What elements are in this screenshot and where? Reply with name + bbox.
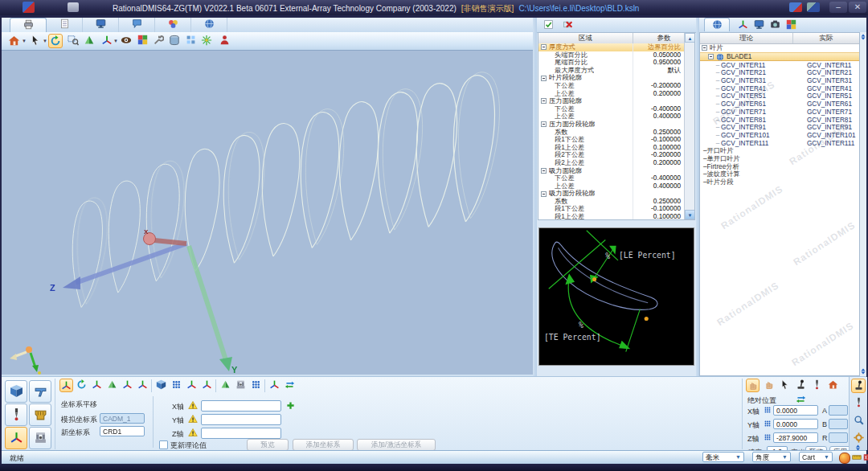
section-row[interactable]: – GCV_INTER31 GCV_INTER31 <box>700 77 859 85</box>
tree-axes-button[interactable] <box>738 19 748 31</box>
csys-bestfit-button[interactable] <box>185 379 199 393</box>
csys-recall-button[interactable] <box>249 379 263 393</box>
tab-view[interactable] <box>83 18 119 32</box>
collapse-icon[interactable] <box>541 168 547 174</box>
apply-params-button[interactable] <box>543 19 554 31</box>
swap-icon[interactable] <box>796 394 806 404</box>
sim-coordsys-field[interactable]: CADM_1 <box>100 413 145 424</box>
collapse-icon[interactable] <box>541 121 547 127</box>
coord-mode-select[interactable]: Cart▼ <box>799 452 833 462</box>
csys-manual-button[interactable] <box>283 379 297 393</box>
new-coordsys-field[interactable]: CRD1 <box>100 426 145 436</box>
collapse-icon[interactable] <box>541 76 547 81</box>
add-activate-coordsys-button[interactable]: 添加/激活坐标系 <box>357 439 436 451</box>
csys-offset-button[interactable] <box>121 379 134 393</box>
param-row[interactable]: 系数 0.250000 <box>538 129 684 137</box>
tools-button[interactable] <box>151 34 166 49</box>
coordsys-display-button[interactable] <box>100 34 114 49</box>
scroll-down-button[interactable]: ▼ <box>685 210 695 219</box>
param-row[interactable]: 尾端百分比 0.950000 <box>538 59 684 67</box>
param-row[interactable]: 上公差 0.200000 <box>538 90 684 98</box>
param-row[interactable]: 上公差 0.400000 <box>538 182 684 190</box>
tree-camera-button[interactable] <box>770 19 780 31</box>
app-logo-icon[interactable] <box>23 2 35 13</box>
csys-rotate-button[interactable] <box>75 379 88 393</box>
tab-web[interactable] <box>191 18 227 32</box>
param-scrollbar[interactable]: ▲ ▼ <box>684 33 695 219</box>
scroll-up-button[interactable]: ▲ <box>685 33 695 43</box>
tree-scrollbar[interactable] <box>860 32 866 376</box>
close-button[interactable]: ✕ <box>849 2 866 13</box>
section-row[interactable]: – GCV_INTER51 GCV_INTER51 <box>700 92 859 100</box>
param-row[interactable]: 段1上公差 0.100000 <box>538 144 684 152</box>
param-row[interactable]: 段1下公差 -0.100000 <box>538 136 684 144</box>
param-row[interactable]: 段2上公差 0.200000 <box>538 159 684 167</box>
pos-a-field[interactable] <box>829 405 848 416</box>
session-icon[interactable] <box>68 2 79 12</box>
preview-button[interactable]: 预览 <box>247 439 289 451</box>
effects-button[interactable] <box>199 34 214 49</box>
point-cloud-button[interactable] <box>183 34 198 49</box>
feature-measure-button[interactable] <box>5 380 27 403</box>
param-row[interactable]: 上公差 0.400000 <box>538 113 684 121</box>
user-lock-button[interactable] <box>217 34 231 49</box>
plus-icon[interactable] <box>286 401 295 410</box>
angle-select[interactable]: 角度▼ <box>752 452 791 462</box>
param-row[interactable]: 段1下公差 -0.100000 <box>538 205 684 213</box>
csys-iterative-button[interactable] <box>170 379 183 393</box>
scroll-up-down-icon[interactable] <box>860 34 866 40</box>
theme-icon[interactable] <box>807 2 820 12</box>
param-row[interactable]: 段1上公差 0.100000 <box>538 213 684 220</box>
csys-6point-button[interactable] <box>136 379 149 393</box>
param-row[interactable]: 系数 0.250000 <box>538 198 684 206</box>
tree-root-row[interactable]: 叶片 <box>700 44 859 52</box>
io-status-icon[interactable] <box>863 453 868 462</box>
add-coordsys-button[interactable]: 添加坐标系 <box>293 439 354 451</box>
unit-select[interactable]: 毫米▼ <box>702 452 744 462</box>
param-row[interactable]: 下公差 -0.200000 <box>538 82 684 90</box>
home-dropdown-caret[interactable]: ▼ <box>22 39 26 43</box>
database-button[interactable] <box>167 34 182 49</box>
tree-blade-row[interactable]: BLADE1 <box>700 52 859 62</box>
param-row[interactable]: 下公差 -0.400000 <box>538 174 684 182</box>
collapse-icon[interactable] <box>702 45 707 51</box>
csys-part-button[interactable] <box>219 379 232 393</box>
ruler-icon[interactable] <box>852 453 862 462</box>
tab-graphics[interactable] <box>155 18 191 32</box>
section-row[interactable]: – GCV_INTER21 GCV_INTER21 <box>700 69 859 77</box>
param-row[interactable]: 吸力面轮廓 <box>538 167 684 175</box>
visibility-button[interactable] <box>119 34 133 49</box>
tab-model[interactable] <box>704 18 730 31</box>
rotate-view-button[interactable] <box>48 34 63 48</box>
jog-mode-button[interactable] <box>746 379 760 392</box>
grid-dots-icon[interactable] <box>764 406 772 414</box>
param-row[interactable]: 压力面分段轮廓 <box>538 121 684 129</box>
home-view-button[interactable] <box>6 34 21 49</box>
select-dropdown-caret[interactable]: ▼ <box>43 39 47 43</box>
joystick-panel-button[interactable] <box>851 379 866 393</box>
tab-communication[interactable] <box>119 18 155 32</box>
z-offset-field[interactable] <box>201 428 281 439</box>
pos-r-field[interactable] <box>829 432 848 443</box>
pos-x-field[interactable]: 0.0000 <box>773 405 818 416</box>
vector-move-button[interactable] <box>778 379 792 393</box>
csys-rps-button[interactable] <box>200 379 214 393</box>
csys-321-button[interactable] <box>90 379 104 393</box>
iso-view-button[interactable] <box>82 34 96 49</box>
probe-move-button[interactable] <box>810 379 824 393</box>
pos-z-field[interactable]: -287.9000 <box>773 432 818 443</box>
x-offset-field[interactable] <box>201 400 281 412</box>
collapse-icon[interactable] <box>541 98 547 104</box>
cancel-params-button[interactable] <box>563 19 573 31</box>
grid-dots-icon[interactable] <box>764 420 772 428</box>
param-row[interactable]: 段2下公差 -0.200000 <box>538 151 684 159</box>
tab-measure[interactable] <box>10 18 47 33</box>
section-row[interactable]: – GCV_INTER11 GCV_INTER11 <box>700 61 859 69</box>
param-row[interactable]: 叶片段轮廓 <box>538 74 684 82</box>
probe-panel-button[interactable] <box>851 396 866 411</box>
coordsys-dropdown-caret[interactable]: ▼ <box>113 39 117 43</box>
param-row[interactable]: 头端百分比 0.050000 <box>538 51 684 59</box>
param-row[interactable]: 压力面轮廓 <box>538 97 684 105</box>
y-offset-field[interactable] <box>201 414 281 425</box>
go-home-button[interactable] <box>826 379 840 393</box>
